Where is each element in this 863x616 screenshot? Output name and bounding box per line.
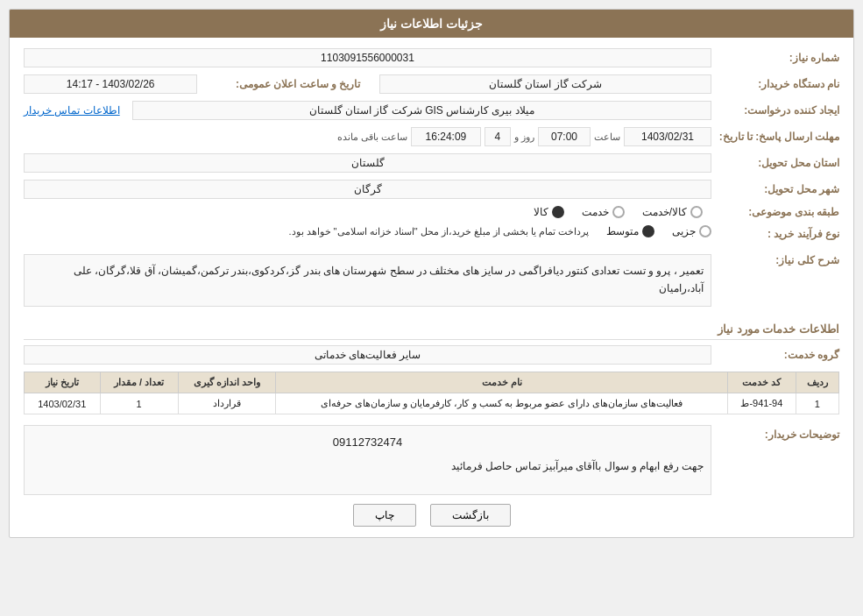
table-cell-3: قرارداد: [178, 393, 276, 414]
deadline-remaining: 16:24:09: [411, 127, 481, 146]
deadline-date: 1403/02/31: [624, 127, 711, 146]
services-table: ردیف کد خدمت نام خدمت واحد اندازه گیری ت…: [24, 372, 839, 414]
buyer-org-value: شرکت گاز استان گلستان: [379, 74, 711, 94]
process-jazzi-radio: [699, 225, 711, 237]
category-label: طبقه بندی موضوعی:: [717, 206, 839, 218]
category-khedmat-option[interactable]: خدمت: [582, 206, 625, 218]
service-group-value: سایر فعالیت‌های خدماتی: [24, 345, 711, 365]
buyer-notes-box: 09112732474 جهت رفع ابهام و سوال باآقای …: [24, 425, 711, 495]
deadline-days: 4: [485, 127, 511, 146]
category-kala-label: کالا: [534, 206, 548, 218]
process-motavasset-option[interactable]: متوسط: [606, 225, 654, 237]
deadline-days-label: روز و: [514, 131, 534, 143]
description-label: شرح کلی نیاز:: [717, 254, 839, 266]
service-group-label: گروه خدمت:: [717, 349, 839, 361]
col-unit: واحد اندازه گیری: [178, 372, 276, 393]
table-cell-4: 1: [100, 393, 178, 414]
process-motavasset-label: متوسط: [606, 225, 639, 237]
category-kala-khedmat-radio: [690, 206, 703, 218]
buyer-notes-label: توضیحات خریدار:: [717, 425, 839, 441]
col-qty: تعداد / مقدار: [100, 372, 178, 393]
category-khedmat-radio: [612, 206, 625, 218]
description-value: تعمیر ، پرو و تست تعدادی کنتور دیافراگمی…: [24, 254, 711, 307]
back-button[interactable]: بازگشت: [430, 504, 511, 527]
buyer-notes-phone: 09112732474: [32, 433, 704, 452]
page-title: جزئیات اطلاعات نیاز: [10, 10, 853, 38]
province-label: استان محل تحویل:: [717, 157, 839, 169]
buyer-org-label: نام دستگاه خریدار:: [717, 78, 839, 90]
deadline-remaining-label: ساعت باقی مانده: [337, 131, 407, 143]
need-number-value: 1103091556000031: [24, 48, 711, 67]
creator-label: ایجاد کننده درخواست:: [717, 104, 839, 117]
category-kala-khedmat-label: کالا/خدمت: [642, 206, 687, 218]
province-value: گلستان: [24, 153, 711, 173]
col-name: نام خدمت: [276, 372, 728, 393]
category-kala-option[interactable]: کالا: [534, 206, 564, 218]
col-row: ردیف: [796, 372, 838, 393]
table-cell-5: 1403/02/31: [25, 393, 101, 414]
process-motavasset-radio: [642, 225, 654, 237]
category-kala-radio: [552, 206, 564, 218]
col-date: تاریخ نیاز: [25, 372, 101, 393]
announce-label: تاریخ و ساعت اعلان عمومی:: [202, 78, 360, 90]
table-cell-2: فعالیت‌های سازمان‌های دارای عضو مربوط به…: [276, 393, 728, 414]
deadline-label: مهلت ارسال پاسخ: تا تاریخ:: [717, 131, 839, 143]
buyer-notes-text: جهت رفع ابهام و سوال باآقای میرآبیز تماس…: [32, 457, 704, 475]
print-button[interactable]: چاپ: [353, 504, 416, 527]
deadline-time: 07:00: [538, 127, 591, 146]
service-info-title: اطلاعات خدمات مورد نیاز: [24, 322, 839, 340]
process-note: پرداخت تمام یا بخشی از مبلغ خرید،از محل …: [288, 226, 589, 237]
city-label: شهر محل تحویل:: [717, 183, 839, 195]
table-cell-0: 1: [796, 393, 838, 414]
need-number-label: شماره نیاز:: [717, 52, 839, 64]
category-kala-khedmat-option[interactable]: کالا/خدمت: [642, 206, 703, 218]
process-jazzi-option[interactable]: جزیی: [672, 225, 711, 237]
table-cell-1: 941-94-ط: [727, 393, 796, 414]
announce-value: 1403/02/26 - 14:17: [24, 74, 197, 94]
table-row: 1941-94-طفعالیت‌های سازمان‌های دارای عضو…: [25, 393, 839, 414]
category-khedmat-label: خدمت: [582, 206, 609, 218]
col-code: کد خدمت: [727, 372, 796, 393]
contact-link[interactable]: اطلاعات تماس خریدار: [24, 104, 120, 117]
process-label: نوع فرآیند خرید :: [717, 225, 839, 240]
deadline-time-label: ساعت: [594, 131, 620, 143]
city-value: گرگان: [24, 180, 711, 199]
process-jazzi-label: جزیی: [672, 225, 696, 237]
creator-value: میلاد بیری کارشناس GIS شرکت گاز استان گل…: [132, 101, 711, 120]
